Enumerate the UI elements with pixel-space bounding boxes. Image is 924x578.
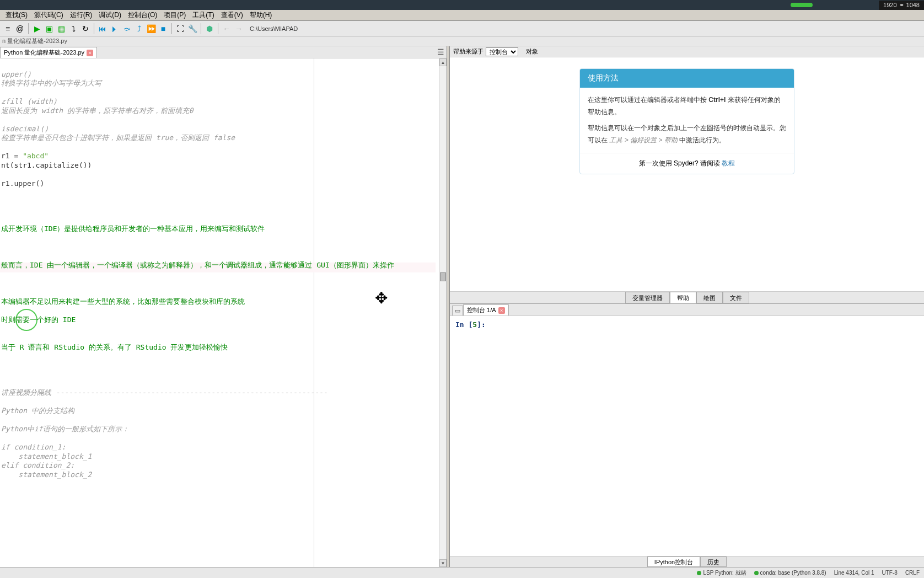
run-icon[interactable]: ▶ <box>31 23 42 34</box>
nav-fwd-icon[interactable]: → <box>233 23 244 34</box>
run-selection-icon[interactable]: ⤵ <box>68 23 79 34</box>
rerun-icon[interactable]: ↻ <box>80 23 91 34</box>
tab-history[interactable]: 历史 <box>700 556 727 567</box>
scroll-down-icon[interactable]: ▼ <box>439 559 447 567</box>
resolution-badge: 1920 ⚭ 1048 <box>879 1 924 10</box>
menu-help[interactable]: 帮助(H) <box>246 10 276 20</box>
status-eol: CRLF <box>905 570 920 576</box>
breadcrumb: n 量化编程基础-2023.py <box>0 36 924 46</box>
tab-help[interactable]: 帮助 <box>670 292 696 303</box>
help-body: 使用方法 在这里你可以通过在编辑器或者终端中按 Ctrl+I 来获得任何对象的帮… <box>450 57 924 291</box>
debug-stop-icon[interactable]: ■ <box>158 23 169 34</box>
statusbar: LSP Python: 就绪 conda: base (Python 3.8.8… <box>0 567 924 578</box>
right-pane: 帮助来源于 控制台 对象 使用方法 在这里你可以通过在编辑器或者终端中按 Ctr… <box>450 46 924 567</box>
help-card: 使用方法 在这里你可以通过在编辑器或者终端中按 Ctrl+I 来获得任何对象的帮… <box>579 68 794 174</box>
editor-tabs: Python 量化编程基础-2023.py × ☰ <box>0 46 447 58</box>
help-source-select[interactable]: 控制台 <box>486 47 518 56</box>
status-encoding: UTF-8 <box>882 570 898 576</box>
editor-pane: Python 量化编程基础-2023.py × ☰ ✥ upper() 转换字符… <box>0 46 447 567</box>
console-bottom-tabs: IPython控制台 历史 <box>450 556 924 567</box>
scroll-thumb[interactable] <box>440 272 446 281</box>
dot-icon <box>754 571 759 575</box>
close-icon[interactable]: × <box>498 307 505 314</box>
titlebar: 1920 ⚭ 1048 <box>0 0 924 10</box>
dot-icon <box>697 571 701 575</box>
debug-step-icon[interactable]: ⏵ <box>109 23 120 34</box>
wrench-icon[interactable]: 🔧 <box>187 23 198 34</box>
console-browse-icon[interactable]: ▭ <box>452 306 463 315</box>
toolbar: ≡ @ ▶ ▣ ▦ ⤵ ↻ ⏮ ⏵ ⤼ ⤴ ⏩ ■ ⛶ 🔧 ⬢ ← → C:\U… <box>0 21 924 36</box>
tab-files[interactable]: 文件 <box>723 292 749 303</box>
menu-debug[interactable]: 调试(D) <box>95 10 125 20</box>
python-path-icon[interactable]: ⬢ <box>204 23 215 34</box>
console-pane: ▭ 控制台 1/A × In [5]: IPython控制台 历史 <box>450 303 924 567</box>
tab-var-explorer[interactable]: 变量管理器 <box>625 292 670 303</box>
code-content: upper() 转换字符串中的小写字母为大写 zfill (width) 返回长… <box>0 58 436 567</box>
status-cursor: Line 4314, Col 1 <box>834 570 874 576</box>
help-card-body: 在这里你可以通过在编辑器或者终端中按 Ctrl+I 来获得任何对象的帮助信息。 … <box>580 88 794 153</box>
editor-tab-active[interactable]: Python 量化编程基础-2023.py × <box>0 47 97 58</box>
menu-project[interactable]: 项目(P) <box>160 10 189 20</box>
menu-find[interactable]: 查找(S) <box>2 10 31 20</box>
tutorial-link[interactable]: 教程 <box>722 159 735 167</box>
res-width: 1920 <box>883 2 896 8</box>
help-card-title: 使用方法 <box>580 69 794 88</box>
menu-view[interactable]: 查看(V) <box>218 10 246 20</box>
debug-step-into-icon[interactable]: ⏮ <box>97 23 108 34</box>
editor-options-icon[interactable]: ☰ <box>437 47 444 56</box>
menubar: 查找(S) 源代码(C) 运行(R) 调试(D) 控制台(O) 项目(P) 工具… <box>0 10 924 21</box>
menu-icon[interactable]: ≡ <box>2 23 13 34</box>
debug-continue-icon[interactable]: ⏩ <box>146 23 157 34</box>
help-pane-tabs: 变量管理器 帮助 绘图 文件 <box>450 291 924 303</box>
editor-scrollbar[interactable]: ▲ ▼ <box>439 58 447 567</box>
prompt-close: ]: <box>477 320 486 329</box>
menu-run[interactable]: 运行(R) <box>67 10 96 20</box>
tab-plots[interactable]: 绘图 <box>696 292 723 303</box>
console-tabs: ▭ 控制台 1/A × <box>450 304 924 316</box>
menu-console[interactable]: 控制台(O) <box>125 10 160 20</box>
tab-ipython-console[interactable]: IPython控制台 <box>647 556 700 567</box>
run-cell-icon[interactable]: ▣ <box>44 23 55 34</box>
help-card-footer: 第一次使用 Spyder? 请阅读 教程 <box>580 153 794 174</box>
maximize-icon[interactable]: ⛶ <box>175 23 186 34</box>
at-icon[interactable]: @ <box>14 23 25 34</box>
console-body[interactable]: In [5]: <box>450 316 924 556</box>
status-lsp: LSP Python: 就绪 <box>697 569 746 577</box>
close-icon[interactable]: × <box>87 50 93 56</box>
run-cell-advance-icon[interactable]: ▦ <box>56 23 67 34</box>
menu-tools[interactable]: 工具(T) <box>189 10 217 20</box>
code-editor[interactable]: ✥ upper() 转换字符串中的小写字母为大写 zfill (width) 返… <box>0 58 447 567</box>
link-icon: ⚭ <box>899 2 904 9</box>
battery-indicator <box>791 3 813 7</box>
debug-step-over-icon[interactable]: ⤼ <box>121 23 132 34</box>
menu-source[interactable]: 源代码(C) <box>31 10 67 20</box>
breadcrumb-text: n 量化编程基础-2023.py <box>2 37 67 45</box>
console-tab-active[interactable]: 控制台 1/A × <box>463 304 509 315</box>
prompt-num: 5 <box>472 320 477 329</box>
nav-back-icon[interactable]: ← <box>221 23 232 34</box>
res-height: 1048 <box>906 2 920 8</box>
working-dir: C:\Users\MIAPAD <box>250 25 298 32</box>
status-conda: conda: base (Python 3.8.8) <box>754 570 826 576</box>
scroll-up-icon[interactable]: ▲ <box>439 58 447 66</box>
console-tab-label: 控制台 1/A <box>467 306 496 314</box>
debug-step-out-icon[interactable]: ⤴ <box>133 23 144 34</box>
help-object-label: 对象 <box>526 47 538 56</box>
editor-tab-label: Python 量化编程基础-2023.py <box>4 49 84 57</box>
help-header: 帮助来源于 控制台 对象 <box>450 46 924 57</box>
help-source-label: 帮助来源于 <box>453 47 484 56</box>
main-area: Python 量化编程基础-2023.py × ☰ ✥ upper() 转换字符… <box>0 46 924 567</box>
prompt-in: In [ <box>455 320 472 329</box>
